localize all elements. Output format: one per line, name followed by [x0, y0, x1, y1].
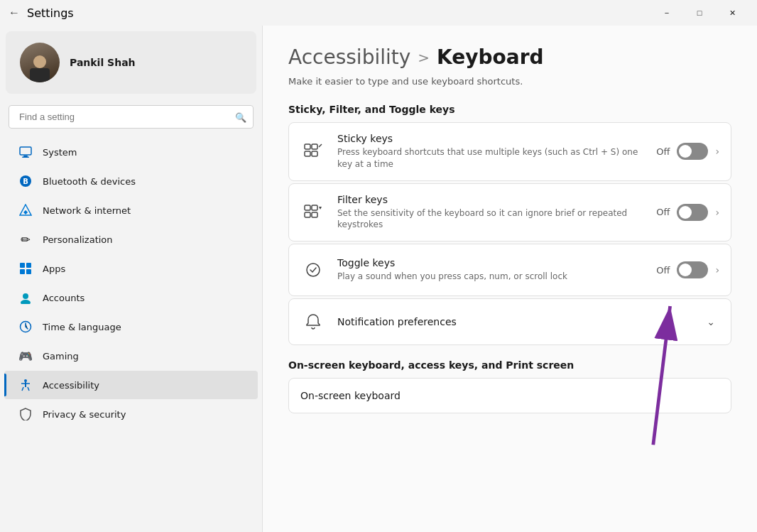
filter-keys-desc: Set the sensitivity of the keyboard so i… [337, 207, 645, 232]
gaming-icon: 🎮 [18, 349, 33, 363]
sticky-keys-title: Sticky keys [337, 133, 645, 144]
toggle-keys-status: Off [656, 265, 670, 276]
sidebar-item-label-bluetooth: Bluetooth & devices [43, 176, 136, 187]
main-content: Accessibility > Keyboard Make it easier … [263, 26, 757, 532]
sticky-keys-toggle[interactable] [677, 143, 708, 160]
sidebar-item-apps[interactable]: Apps [4, 254, 258, 283]
network-icon: ◆ [18, 203, 33, 217]
sidebar-item-accounts[interactable]: Accounts [4, 283, 258, 312]
filter-keys-row[interactable]: Filter keys Set the sensitivity of the k… [289, 184, 731, 241]
sidebar: Pankil Shah 🔍 System B Bluetooth & devic… [0, 26, 263, 532]
svg-rect-22 [312, 151, 317, 156]
sticky-keys-knob [679, 145, 692, 158]
sidebar-item-label-gaming: Gaming [43, 351, 79, 362]
minimize-button[interactable]: − [650, 1, 683, 24]
sidebar-item-label-privacy: Privacy & security [43, 409, 126, 420]
toggle-keys-toggle[interactable] [677, 261, 708, 278]
on-screen-keyboard-row[interactable]: On-screen keyboard [289, 379, 731, 413]
breadcrumb-current: Keyboard [437, 45, 543, 69]
svg-line-18 [28, 387, 29, 391]
svg-rect-27 [312, 212, 317, 217]
sticky-keys-row[interactable]: Sticky keys Press keyboard shortcuts tha… [289, 123, 731, 180]
svg-point-14 [24, 379, 27, 382]
sidebar-item-network[interactable]: ◆ Network & internet [4, 196, 258, 224]
sidebar-item-personalization[interactable]: ✏️ Personalization [4, 225, 258, 254]
notification-row[interactable]: Notification preferences ⌄ [289, 299, 731, 344]
svg-rect-0 [20, 147, 31, 155]
sidebar-item-label-personalization: Personalization [43, 234, 113, 245]
toggle-keys-card: Toggle keys Play a sound when you press … [288, 244, 731, 296]
title-bar: ← Settings − □ ✕ [0, 0, 757, 26]
filter-keys-chevron: › [715, 207, 719, 218]
page-description: Make it easier to type and use keyboard … [288, 76, 731, 87]
sidebar-item-label-system: System [43, 147, 77, 158]
svg-rect-9 [20, 269, 25, 274]
breadcrumb-parent: Accessibility [288, 45, 410, 69]
toggle-keys-row[interactable]: Toggle keys Play a sound when you press … [289, 244, 731, 295]
accounts-icon [18, 291, 33, 305]
sidebar-item-system[interactable]: System [4, 138, 258, 166]
time-icon [18, 320, 33, 334]
avatar [20, 43, 60, 82]
notification-expand[interactable]: ⌄ [702, 313, 719, 330]
svg-rect-7 [20, 263, 25, 268]
sticky-keys-icon [300, 139, 326, 164]
personalization-icon: ✏️ [18, 232, 33, 246]
svg-point-11 [23, 293, 28, 299]
close-button[interactable]: ✕ [716, 1, 748, 24]
on-screen-card: On-screen keyboard [288, 378, 731, 413]
sticky-keys-card: Sticky keys Press keyboard shortcuts tha… [288, 122, 731, 181]
search-box: 🔍 [9, 105, 254, 129]
search-input[interactable] [9, 105, 254, 129]
maximize-button[interactable]: □ [683, 1, 716, 24]
svg-rect-25 [312, 205, 317, 210]
sidebar-item-accessibility[interactable]: Accessibility [4, 371, 258, 399]
toggle-keys-title: Toggle keys [337, 257, 645, 268]
bluetooth-icon: B [18, 174, 33, 188]
user-section[interactable]: Pankil Shah [6, 31, 256, 94]
sidebar-item-time[interactable]: Time & language [4, 313, 258, 341]
toggle-keys-icon [300, 257, 326, 283]
sticky-keys-controls: Off › [656, 143, 719, 160]
filter-keys-icon [300, 200, 326, 225]
nav-list: System B Bluetooth & devices ◆ Network &… [0, 134, 262, 532]
notification-card: Notification preferences ⌄ [288, 298, 731, 345]
sidebar-item-label-accounts: Accounts [43, 293, 85, 303]
sidebar-item-privacy[interactable]: Privacy & security [4, 400, 258, 428]
svg-rect-20 [312, 144, 317, 149]
toggle-keys-knob [679, 264, 692, 276]
back-button[interactable]: ← [9, 6, 20, 19]
svg-line-23 [319, 144, 322, 147]
notification-title: Notification preferences [337, 316, 691, 327]
svg-text:B: B [23, 178, 28, 185]
sticky-keys-chevron: › [715, 146, 719, 157]
app-title: Settings [27, 6, 74, 20]
sidebar-item-bluetooth[interactable]: B Bluetooth & devices [4, 167, 258, 195]
system-icon [18, 145, 33, 159]
sticky-keys-desc: Press keyboard shortcuts that use multip… [337, 146, 645, 170]
on-screen-section-title: On-screen keyboard, access keys, and Pri… [288, 359, 731, 371]
filter-keys-title: Filter keys [337, 194, 645, 205]
sidebar-item-gaming[interactable]: 🎮 Gaming [4, 342, 258, 370]
filter-keys-status: Off [656, 207, 670, 217]
user-name: Pankil Shah [70, 57, 136, 68]
svg-rect-2 [22, 157, 29, 158]
svg-point-28 [307, 264, 320, 276]
filter-keys-knob [679, 206, 692, 219]
sticky-keys-status: Off [656, 146, 670, 157]
svg-line-17 [22, 387, 23, 391]
privacy-icon [18, 407, 33, 421]
sticky-keys-text: Sticky keys Press keyboard shortcuts tha… [337, 133, 645, 170]
svg-rect-26 [305, 212, 310, 217]
filter-keys-text: Filter keys Set the sensitivity of the k… [337, 194, 645, 232]
sidebar-item-label-apps: Apps [43, 264, 65, 274]
section-title-sticky: Sticky, Filter, and Toggle keys [288, 104, 731, 115]
window-controls: − □ ✕ [650, 1, 748, 24]
breadcrumb-separator: > [418, 49, 430, 66]
svg-rect-19 [305, 144, 310, 149]
filter-keys-toggle[interactable] [677, 204, 708, 221]
notification-icon [300, 309, 326, 335]
sidebar-item-label-network: Network & internet [43, 205, 131, 216]
search-icon: 🔍 [235, 112, 246, 122]
on-screen-keyboard-title: On-screen keyboard [300, 390, 401, 401]
